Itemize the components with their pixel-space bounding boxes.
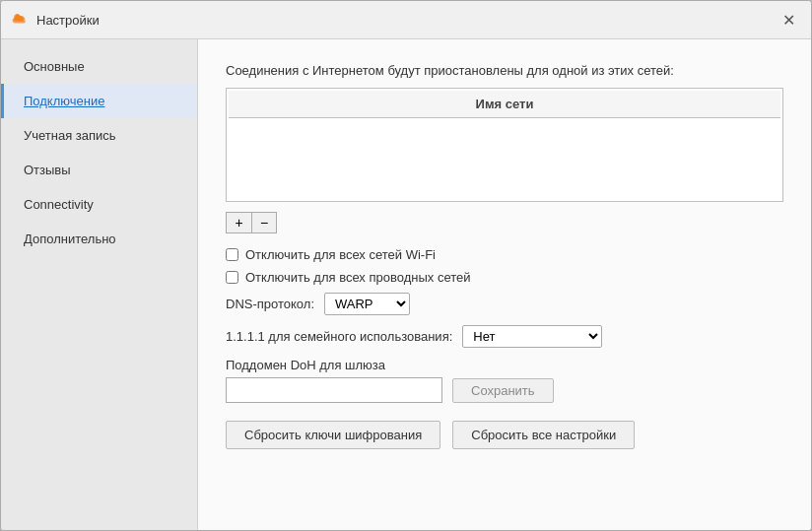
reset-all-button[interactable]: Сбросить все настройки (452, 421, 635, 449)
window-title: Настройки (36, 13, 100, 28)
main-panel: Соединения с Интернетом будут приостанов… (198, 39, 811, 530)
content-area: Основные Подключение Учетная запись Отзы… (1, 39, 811, 530)
subdomain-section: Поддомен DoH для шлюза Сохранить (226, 358, 783, 403)
subdomain-label: Поддомен DoH для шлюза (226, 358, 783, 372)
wifi-checkbox-row: Отключить для всех сетей Wi-Fi (226, 247, 783, 262)
remove-network-button[interactable]: − (251, 212, 277, 233)
bottom-buttons: Сбросить ключи шифрования Сбросить все н… (226, 421, 783, 449)
wifi-checkbox-label: Отключить для всех сетей Wi-Fi (245, 247, 436, 262)
section-description: Соединения с Интернетом будут приостанов… (226, 63, 783, 78)
dns-protocol-select[interactable]: WARP DoH DoT (324, 293, 410, 315)
sidebar-item-account[interactable]: Учетная запись (1, 118, 197, 153)
family-label: 1.1.1.1 для семейного использования: (226, 329, 452, 344)
table-buttons: + − (226, 212, 783, 233)
wired-checkbox-row: Отключить для всех проводных сетей (226, 270, 783, 285)
add-network-button[interactable]: + (226, 212, 251, 233)
settings-window: Настройки ✕ Основные Подключение Учетная… (0, 0, 812, 531)
network-table-body (229, 120, 780, 199)
dns-protocol-row: DNS-протокол: WARP DoH DoT (226, 293, 783, 315)
wifi-checkbox[interactable] (226, 248, 238, 261)
network-table-header: Имя сети (229, 91, 780, 118)
network-table: Имя сети (226, 88, 783, 202)
wired-checkbox[interactable] (226, 271, 238, 284)
wired-checkbox-label: Отключить для всех проводных сетей (245, 270, 470, 285)
titlebar: Настройки ✕ (1, 1, 811, 39)
subdomain-row: Сохранить (226, 377, 783, 403)
sidebar: Основные Подключение Учетная запись Отзы… (1, 39, 198, 530)
sidebar-item-general[interactable]: Основные (1, 49, 197, 84)
reset-keys-button[interactable]: Сбросить ключи шифрования (226, 421, 440, 449)
family-row: 1.1.1.1 для семейного использования: Нет… (226, 325, 783, 348)
titlebar-left: Настройки (11, 11, 100, 29)
family-select[interactable]: Нет Malware Adult + Malware (462, 325, 602, 348)
close-button[interactable]: ✕ (776, 7, 801, 33)
subdomain-input[interactable] (226, 377, 442, 403)
dns-protocol-label: DNS-протокол: (226, 297, 314, 311)
save-button[interactable]: Сохранить (452, 378, 554, 403)
sidebar-item-feedback[interactable]: Отзывы (1, 153, 197, 187)
sidebar-item-advanced[interactable]: Дополнительно (1, 222, 197, 256)
sidebar-item-connection[interactable]: Подключение (1, 84, 197, 118)
sidebar-item-connectivity[interactable]: Connectivity (1, 187, 197, 222)
app-icon (11, 11, 29, 29)
